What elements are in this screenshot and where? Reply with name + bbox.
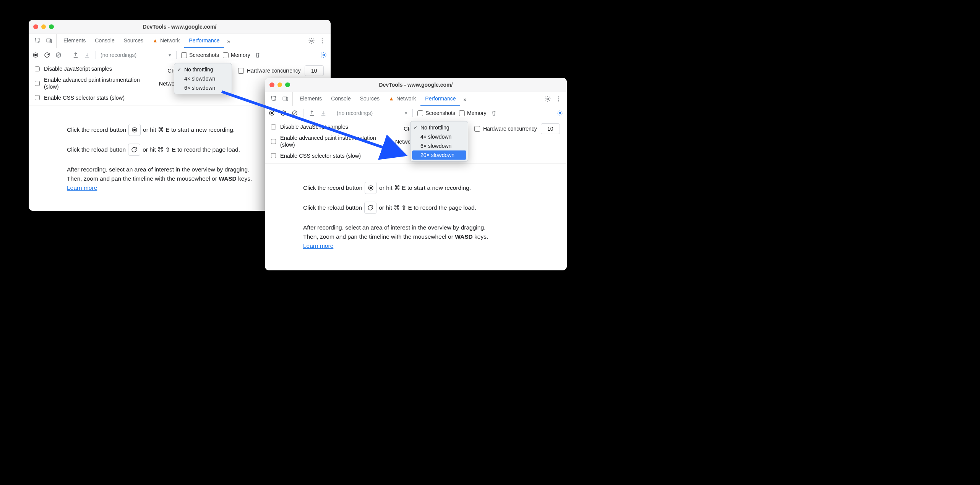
screenshots-checkbox[interactable]: Screenshots [417, 110, 455, 116]
settings-icon[interactable] [308, 37, 315, 45]
more-tabs-icon[interactable]: » [460, 96, 469, 102]
cpu-throttle-dropdown: No throttling 4× slowdown 6× slowdown 20… [410, 121, 468, 162]
svg-rect-15 [286, 98, 288, 101]
download-icon[interactable] [83, 51, 91, 59]
performance-toolbar: (no recordings) ▼ Screenshots Memory [265, 106, 567, 120]
cpu-option-6x[interactable]: 6× slowdown [410, 141, 468, 150]
gc-icon[interactable] [254, 51, 261, 59]
caret-down-icon: ▼ [404, 111, 408, 115]
clear-icon[interactable] [55, 51, 62, 59]
capture-settings-icon[interactable] [320, 51, 328, 59]
svg-point-8 [34, 54, 37, 56]
learn-more-link[interactable]: Learn more [67, 184, 97, 191]
svg-point-4 [322, 38, 323, 39]
record-hint: Click the record button or hit ⌘ E to st… [303, 182, 558, 194]
clear-icon[interactable] [291, 109, 299, 117]
record-button[interactable] [365, 182, 377, 194]
cpu-option-20x[interactable]: 20× slowdown [412, 150, 466, 160]
zoom-icon[interactable] [49, 24, 54, 29]
upload-icon[interactable] [72, 51, 80, 59]
advanced-paint-checkbox[interactable] [35, 81, 40, 86]
tab-sources[interactable]: Sources [355, 92, 384, 106]
warning-icon: ▲ [153, 37, 158, 44]
after-recording-text: After recording, select an area of inter… [303, 223, 558, 251]
tab-network[interactable]: ▲Network [148, 34, 184, 48]
download-icon[interactable] [320, 109, 327, 117]
kebab-icon[interactable] [318, 37, 326, 45]
close-icon[interactable] [33, 24, 38, 29]
devtools-window-2: DevTools - www.google.com/ Elements Cons… [265, 78, 567, 270]
close-icon[interactable] [269, 82, 274, 87]
svg-point-18 [558, 99, 559, 100]
svg-point-6 [322, 42, 323, 44]
cpu-option-4x[interactable]: 4× slowdown [174, 74, 232, 83]
tab-performance[interactable]: Performance [184, 34, 224, 48]
memory-checkbox[interactable]: Memory [459, 110, 487, 116]
svg-point-25 [370, 187, 372, 189]
window-title: DevTools - www.google.com/ [29, 24, 331, 30]
svg-point-10 [323, 54, 325, 56]
device-toolbar-icon[interactable] [282, 95, 289, 103]
tab-console[interactable]: Console [90, 34, 119, 48]
recordings-select[interactable]: (no recordings) ▼ [101, 52, 172, 58]
tab-sources[interactable]: Sources [119, 34, 148, 48]
inspect-icon[interactable] [34, 37, 42, 45]
svg-point-21 [271, 112, 273, 114]
minimize-icon[interactable] [277, 82, 282, 87]
titlebar: DevTools - www.google.com/ [265, 78, 567, 92]
disable-js-checkbox[interactable] [271, 124, 276, 129]
inspect-icon[interactable] [270, 95, 278, 103]
kebab-icon[interactable] [555, 95, 562, 103]
tab-elements[interactable]: Elements [59, 34, 90, 48]
traffic-lights [33, 24, 54, 29]
window-title: DevTools - www.google.com/ [265, 82, 567, 88]
warning-icon: ▲ [389, 95, 394, 102]
tab-performance[interactable]: Performance [420, 92, 460, 106]
svg-point-16 [547, 98, 549, 100]
svg-point-12 [133, 129, 136, 131]
learn-more-link[interactable]: Learn more [303, 242, 333, 249]
recordings-select[interactable]: (no recordings) ▼ [337, 110, 408, 116]
tab-network[interactable]: ▲Network [384, 92, 420, 106]
cpu-option-no-throttling[interactable]: No throttling [174, 65, 232, 74]
minimize-icon[interactable] [41, 24, 46, 29]
traffic-lights [269, 82, 290, 87]
tab-console[interactable]: Console [326, 92, 355, 106]
cpu-option-no-throttling[interactable]: No throttling [410, 123, 468, 132]
record-icon[interactable] [268, 109, 276, 117]
reload-button[interactable] [128, 144, 140, 156]
gc-icon[interactable] [490, 109, 498, 117]
svg-point-23 [559, 112, 561, 114]
titlebar: DevTools - www.google.com/ [29, 20, 331, 34]
upload-icon[interactable] [308, 109, 316, 117]
hardware-concurrency-input[interactable] [541, 123, 560, 134]
zoom-icon[interactable] [285, 82, 290, 87]
reload-hint: Click the reload button or hit ⌘ ⇧ E to … [303, 202, 558, 214]
svg-point-5 [322, 40, 323, 42]
reload-button[interactable] [364, 202, 376, 214]
css-stats-checkbox[interactable] [271, 153, 276, 158]
disable-js-checkbox[interactable] [35, 66, 40, 71]
svg-point-19 [558, 100, 559, 102]
cpu-option-6x[interactable]: 6× slowdown [174, 83, 232, 92]
device-toolbar-icon[interactable] [45, 37, 53, 45]
screenshots-checkbox[interactable]: Screenshots [181, 52, 219, 58]
reload-icon[interactable] [43, 51, 51, 59]
tab-elements[interactable]: Elements [295, 92, 326, 106]
performance-landing: Click the record button or hit ⌘ E to st… [265, 163, 567, 261]
svg-rect-2 [50, 40, 52, 43]
record-button[interactable] [128, 124, 141, 136]
css-stats-checkbox[interactable] [35, 95, 40, 100]
cpu-option-4x[interactable]: 4× slowdown [410, 132, 468, 141]
settings-icon[interactable] [544, 95, 552, 103]
hardware-concurrency-checkbox[interactable]: Hardware concurrency [238, 68, 301, 74]
caret-down-icon: ▼ [168, 53, 172, 57]
reload-icon[interactable] [279, 109, 287, 117]
memory-checkbox[interactable]: Memory [223, 52, 250, 58]
capture-settings-icon[interactable] [556, 109, 564, 117]
hardware-concurrency-input[interactable] [305, 65, 324, 76]
hardware-concurrency-checkbox[interactable]: Hardware concurrency [474, 126, 537, 132]
more-tabs-icon[interactable]: » [224, 38, 233, 44]
advanced-paint-checkbox[interactable] [271, 139, 276, 144]
record-icon[interactable] [32, 51, 39, 59]
